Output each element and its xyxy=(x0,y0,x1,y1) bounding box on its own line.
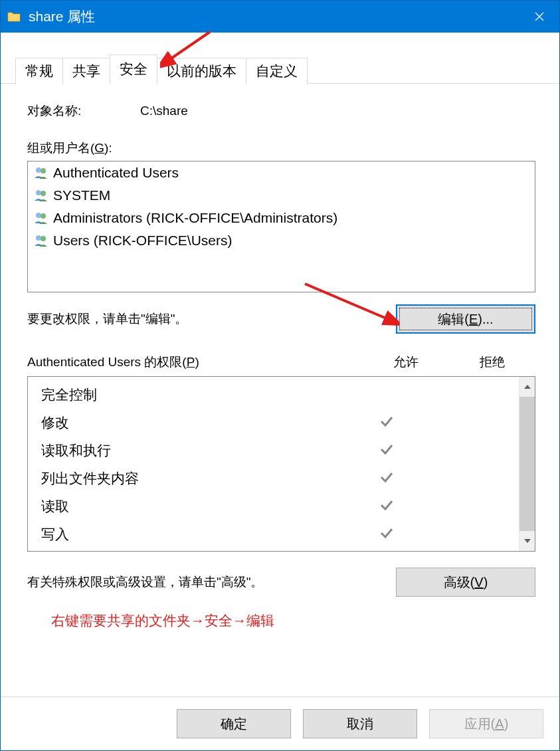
permission-row: 修改 xyxy=(41,409,516,437)
group-icon xyxy=(33,166,49,179)
list-item[interactable]: SYSTEM xyxy=(28,184,535,207)
permission-row: 完全控制 xyxy=(41,381,516,409)
scrollbar[interactable] xyxy=(519,377,535,551)
object-name-value: C:\share xyxy=(140,104,188,118)
permissions-listbox[interactable]: 完全控制 修改 读取和执行 列出文件夹内 xyxy=(27,376,535,552)
allow-cell xyxy=(343,471,430,486)
deny-column-header: 拒绝 xyxy=(449,354,535,371)
list-item-label: Users (RICK-OFFICE\Users) xyxy=(53,233,233,249)
tab-sharing[interactable]: 共享 xyxy=(62,58,110,84)
object-name-label: 对象名称: xyxy=(27,102,140,120)
folder-icon xyxy=(7,11,21,23)
svg-point-1 xyxy=(41,168,46,173)
permission-row: 写入 xyxy=(41,520,516,548)
permission-name: 读取 xyxy=(41,497,343,516)
group-users-label: 组或用户名(G): xyxy=(27,140,535,157)
permissions-for-label: Authenticated Users 的权限(P) xyxy=(27,354,363,371)
list-item-label: Authenticated Users xyxy=(53,165,179,181)
dialog-footer: 确定 取消 应用(A) xyxy=(1,697,559,750)
security-panel: 对象名称: C:\share 组或用户名(G): Authenticated U… xyxy=(1,83,559,637)
ok-button[interactable]: 确定 xyxy=(177,709,291,738)
advanced-hint-text: 有关特殊权限或高级设置，请单击"高级"。 xyxy=(27,574,264,591)
list-item-label: SYSTEM xyxy=(53,187,110,203)
window-title: share 属性 xyxy=(29,7,95,26)
svg-point-0 xyxy=(36,167,41,173)
allow-cell xyxy=(343,499,430,514)
tabstrip: 常规 共享 安全 以前的版本 自定义 xyxy=(1,33,559,83)
edit-button[interactable]: 编辑(E)... xyxy=(396,304,535,334)
permission-name: 读取和执行 xyxy=(41,441,343,460)
permission-row: 列出文件夹内容 xyxy=(41,465,516,492)
group-icon xyxy=(33,211,49,225)
allow-column-header: 允许 xyxy=(363,354,449,371)
tab-general[interactable]: 常规 xyxy=(15,58,63,84)
scrollbar-thumb[interactable] xyxy=(519,397,535,531)
permission-row: 读取 xyxy=(41,492,516,520)
permission-row: 读取和执行 xyxy=(41,437,516,465)
permission-name: 列出文件夹内容 xyxy=(41,469,343,488)
svg-point-2 xyxy=(36,190,41,195)
svg-point-3 xyxy=(41,191,46,196)
apply-button[interactable]: 应用(A) xyxy=(429,709,543,738)
annotation-text: 右键需要共享的文件夹→安全→编辑 xyxy=(51,611,535,630)
scroll-down-arrow-icon[interactable] xyxy=(519,531,535,551)
list-item[interactable]: Administrators (RICK-OFFICE\Administrato… xyxy=(28,207,535,229)
tab-security[interactable]: 安全 xyxy=(110,54,157,84)
scroll-up-arrow-icon[interactable] xyxy=(519,377,535,397)
close-button[interactable] xyxy=(519,1,559,33)
list-item[interactable]: Users (RICK-OFFICE\Users) xyxy=(28,229,535,252)
allow-cell xyxy=(343,415,430,431)
cancel-button[interactable]: 取消 xyxy=(303,709,417,738)
group-users-listbox[interactable]: Authenticated Users SYSTEM Administrator… xyxy=(27,161,535,292)
group-icon xyxy=(33,189,49,202)
permission-name: 写入 xyxy=(41,525,343,544)
tab-previous-versions[interactable]: 以前的版本 xyxy=(157,58,246,84)
tab-customize[interactable]: 自定义 xyxy=(246,58,308,84)
svg-point-5 xyxy=(41,213,46,219)
advanced-button[interactable]: 高级(V) xyxy=(396,568,535,597)
svg-point-7 xyxy=(41,236,46,241)
permission-name: 修改 xyxy=(41,413,343,432)
titlebar: share 属性 xyxy=(1,1,559,33)
client-area: 常规 共享 安全 以前的版本 自定义 对象名称: C:\share 组或用户名(… xyxy=(1,33,559,750)
svg-point-6 xyxy=(36,235,41,241)
permissions-body: 完全控制 修改 读取和执行 列出文件夹内 xyxy=(28,377,519,551)
list-item[interactable]: Authenticated Users xyxy=(28,161,535,184)
svg-point-4 xyxy=(36,213,41,218)
allow-cell xyxy=(343,527,430,542)
edit-hint-text: 要更改权限，请单击"编辑"。 xyxy=(27,310,188,328)
properties-dialog: share 属性 常规 共享 安全 以前的版本 自定义 对象名称: C:\sha… xyxy=(0,0,560,751)
list-item-label: Administrators (RICK-OFFICE\Administrato… xyxy=(53,210,337,226)
group-icon xyxy=(33,234,49,247)
permission-name: 完全控制 xyxy=(41,385,343,404)
allow-cell xyxy=(343,443,430,459)
